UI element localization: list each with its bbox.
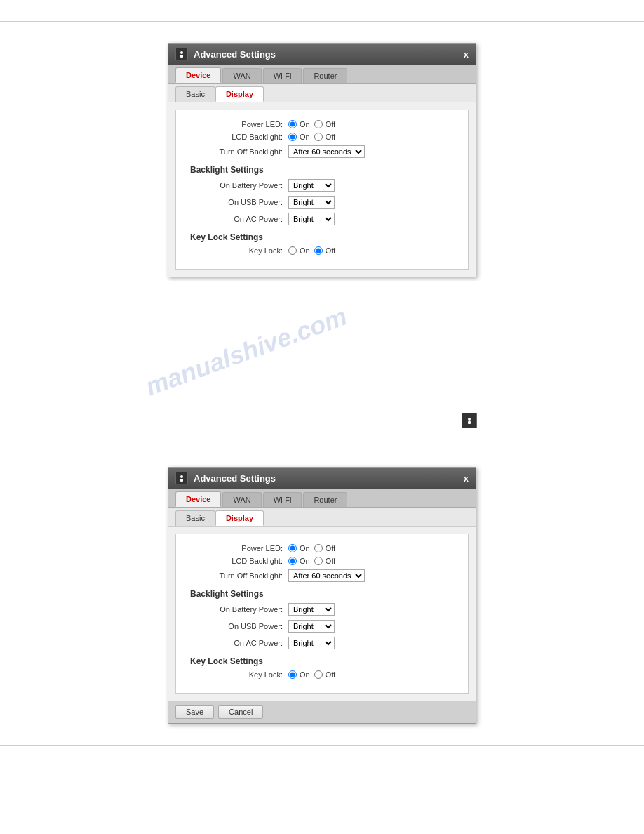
ac-power-select-b[interactable]: Bright Medium Dim: [288, 637, 335, 649]
tab-device-bottom[interactable]: Device: [175, 491, 221, 507]
turn-off-controls-b: After 60 seconds After 30 seconds Never: [288, 569, 365, 582]
watermark-middle: manualshive.com: [142, 302, 351, 402]
tab-router-top[interactable]: Router: [303, 68, 347, 83]
lcd-on-label: On: [300, 133, 310, 141]
svg-rect-5: [468, 421, 471, 424]
tab-wifi-top[interactable]: Wi-Fi: [263, 68, 302, 83]
svg-point-4: [468, 418, 471, 421]
lcd-off-radio-b[interactable]: [314, 557, 323, 565]
power-led-on-label: On: [300, 120, 310, 128]
ac-power-controls-b: Bright Medium Dim: [288, 637, 335, 649]
turn-off-select[interactable]: After 60 seconds After 30 seconds Never: [288, 145, 365, 158]
battery-power-controls: Bright Medium Dim: [288, 179, 335, 192]
dialog-body-top: Power LED: On Off LCD Backligh: [175, 110, 469, 270]
power-led-row: Power LED: On Off: [190, 120, 454, 128]
close-button-bottom[interactable]: x: [464, 473, 469, 484]
power-led-off-label-b: Off: [326, 544, 335, 552]
close-button-top[interactable]: x: [464, 49, 469, 60]
subtab-display-bottom[interactable]: Display: [215, 510, 264, 526]
keylock-off-group-b: Off: [314, 670, 335, 679]
keylock-on-label-b: On: [300, 670, 310, 679]
keylock-off-label-b: Off: [326, 670, 335, 679]
turn-off-label-b: Turn Off Backlight:: [190, 571, 288, 580]
subtab-display-top[interactable]: Display: [215, 86, 264, 102]
battery-power-select-b[interactable]: Bright Medium Dim: [288, 603, 335, 616]
title-icon-bottom: [175, 472, 188, 484]
subtab-bar-top: Basic Display: [168, 84, 476, 102]
lcd-on-radio[interactable]: [288, 133, 297, 141]
power-led-label: Power LED:: [190, 120, 288, 128]
usb-power-row-b: On USB Power: Bright Medium Dim: [190, 620, 454, 633]
turn-off-select-b[interactable]: After 60 seconds After 30 seconds Never: [288, 569, 365, 582]
keylock-off-group: Off: [314, 246, 335, 255]
power-led-off-group: Off: [314, 120, 335, 128]
subtab-basic-top[interactable]: Basic: [175, 86, 215, 102]
lcd-off-group: Off: [314, 133, 335, 141]
lcd-backlight-controls-b: On Off: [288, 557, 335, 565]
keylock-label-b: Key Lock:: [190, 670, 288, 679]
tab-router-bottom[interactable]: Router: [303, 492, 347, 507]
keylock-heading-b: Key Lock Settings: [190, 656, 454, 666]
usb-power-select[interactable]: Bright Medium Dim: [288, 196, 335, 208]
dialog-body-bottom: Power LED: On Off LCD Backligh: [175, 534, 469, 694]
tab-wan-top[interactable]: WAN: [222, 68, 261, 83]
save-button[interactable]: Save: [175, 705, 214, 719]
usb-power-row: On USB Power: Bright Medium Dim: [190, 196, 454, 208]
keylock-on-group-b: On: [288, 670, 310, 679]
tab-bar-top: Device WAN Wi-Fi Router: [168, 65, 476, 84]
power-led-label-b: Power LED:: [190, 544, 288, 552]
usb-power-select-b[interactable]: Bright Medium Dim: [288, 620, 335, 633]
battery-power-row: On Battery Power: Bright Medium Dim: [190, 179, 454, 192]
keylock-controls-b: On Off: [288, 670, 335, 679]
dialog-footer: Save Cancel: [168, 701, 476, 723]
power-led-on-radio-b[interactable]: [288, 544, 297, 552]
lcd-on-label-b: On: [300, 557, 310, 565]
battery-power-label: On Battery Power:: [190, 181, 288, 190]
dialog-top: Advanced Settings x Device WAN Wi-Fi Rou…: [168, 43, 476, 277]
keylock-on-radio[interactable]: [288, 246, 297, 255]
lcd-off-label-b: Off: [326, 557, 335, 565]
lcd-backlight-label: LCD Backlight:: [190, 133, 288, 141]
power-led-controls-b: On Off: [288, 544, 335, 552]
power-led-off-radio[interactable]: [314, 120, 323, 128]
keylock-on-group: On: [288, 246, 310, 255]
keylock-row-b: Key Lock: On Off: [190, 670, 454, 679]
keylock-on-radio-b[interactable]: [288, 670, 297, 679]
lcd-backlight-controls: On Off: [288, 133, 335, 141]
tab-wan-bottom[interactable]: WAN: [222, 492, 261, 507]
keylock-row: Key Lock: On Off: [190, 246, 454, 255]
ac-power-select[interactable]: Bright Medium Dim: [288, 213, 335, 225]
keylock-off-radio[interactable]: [314, 246, 323, 255]
power-led-controls: On Off: [288, 120, 335, 128]
ac-power-row: On AC Power: Bright Medium Dim: [190, 213, 454, 225]
tab-device-top[interactable]: Device: [175, 67, 221, 83]
power-led-off-label: Off: [326, 120, 335, 128]
lcd-backlight-row: LCD Backlight: On Off: [190, 133, 454, 141]
usb-power-controls: Bright Medium Dim: [288, 196, 335, 208]
usb-power-label: On USB Power:: [190, 198, 288, 206]
battery-power-select[interactable]: Bright Medium Dim: [288, 179, 335, 192]
battery-power-row-b: On Battery Power: Bright Medium Dim: [190, 603, 454, 616]
tab-bar-bottom: Device WAN Wi-Fi Router: [168, 489, 476, 508]
keylock-off-radio-b[interactable]: [314, 670, 323, 679]
power-led-on-label-b: On: [300, 544, 310, 552]
power-led-on-radio[interactable]: [288, 120, 297, 128]
svg-rect-1: [180, 55, 183, 58]
power-led-off-group-b: Off: [314, 544, 335, 552]
svg-point-6: [180, 475, 183, 478]
middle-area: manualshive.com: [0, 281, 644, 463]
taskbar-settings-icon[interactable]: [462, 413, 477, 428]
subtab-basic-bottom[interactable]: Basic: [175, 510, 215, 526]
turn-off-row-b: Turn Off Backlight: After 60 seconds Aft…: [190, 569, 454, 582]
power-led-off-radio-b[interactable]: [314, 544, 323, 552]
lcd-on-group: On: [288, 133, 310, 141]
tab-wifi-bottom[interactable]: Wi-Fi: [263, 492, 302, 507]
power-led-on-group-b: On: [288, 544, 310, 552]
cancel-button[interactable]: Cancel: [218, 705, 263, 719]
backlight-heading: Backlight Settings: [190, 165, 454, 175]
lcd-off-radio[interactable]: [314, 133, 323, 141]
lcd-backlight-label-b: LCD Backlight:: [190, 557, 288, 565]
lcd-off-label: Off: [326, 133, 335, 141]
lcd-on-radio-b[interactable]: [288, 557, 297, 565]
turn-off-controls: After 60 seconds After 30 seconds Never: [288, 145, 365, 158]
